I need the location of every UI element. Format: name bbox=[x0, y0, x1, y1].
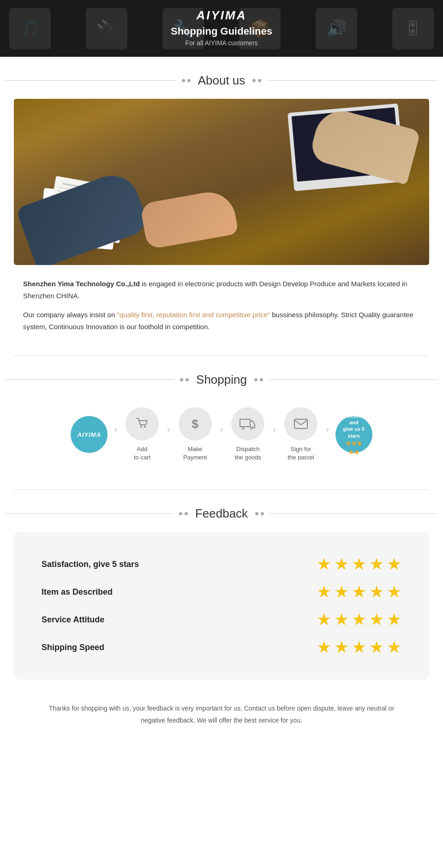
star-2-4: ★ bbox=[369, 584, 384, 600]
brand-logo: AIYIMA bbox=[0, 8, 443, 23]
dispatch-icon bbox=[239, 417, 256, 430]
flow-sign-label: Sign forthe parcel bbox=[287, 445, 314, 462]
dot-12 bbox=[261, 512, 264, 515]
feedback-title: Feedback bbox=[195, 506, 248, 521]
star-2-2: ★ bbox=[334, 584, 349, 600]
about-section: Shenzhen Yima Technology Co.,Ltd is enga… bbox=[0, 99, 443, 332]
svg-rect-3 bbox=[240, 419, 250, 427]
star-1-2: ★ bbox=[334, 556, 349, 573]
section-dots-right bbox=[252, 79, 261, 82]
feedback-row-2: Item as Described ★ ★ ★ ★ ★ bbox=[42, 578, 401, 606]
flow-cart-icon bbox=[126, 407, 159, 440]
shopping-dots-left bbox=[180, 378, 189, 381]
philosophy-pre: Our company always insist on bbox=[23, 311, 117, 319]
star-1-1: ★ bbox=[317, 556, 331, 573]
feedback-line-left bbox=[6, 513, 174, 514]
feedback-label-3: Service Attitude bbox=[42, 615, 104, 625]
envelope-icon bbox=[293, 417, 308, 430]
flow-cart-label: Addto cart bbox=[134, 445, 150, 462]
svg-point-4 bbox=[242, 427, 245, 429]
shopping-title: Shopping bbox=[196, 373, 247, 387]
dot-1 bbox=[182, 79, 185, 82]
star-1-5: ★ bbox=[387, 556, 401, 573]
star-4-2: ★ bbox=[334, 639, 349, 656]
shopping-section: AIYIMA › Addto cart › $ MakePayment › bbox=[0, 398, 443, 476]
flow-item-sign: Sign forthe parcel bbox=[278, 407, 324, 462]
svg-rect-6 bbox=[294, 419, 307, 428]
shopping-flow: AIYIMA › Addto cart › $ MakePayment › bbox=[9, 398, 434, 476]
star-4-1: ★ bbox=[317, 639, 331, 656]
confirm-text: Confirm andgive us 5 stars bbox=[339, 413, 369, 439]
flow-arrow-4: › bbox=[273, 424, 276, 446]
star-3-5: ★ bbox=[387, 611, 401, 628]
about-philosophy-text: Our company always insist on "quality fi… bbox=[23, 309, 420, 332]
shopping-section-header: Shopping bbox=[0, 373, 443, 387]
star-2-3: ★ bbox=[352, 584, 366, 600]
feedback-section: Satisfaction, give 5 stars ★ ★ ★ ★ ★ Ite… bbox=[0, 532, 443, 744]
flow-item-dispatch: Dispatchthe goods bbox=[225, 407, 271, 462]
dot-6 bbox=[186, 378, 189, 381]
about-text: Shenzhen Yima Technology Co.,Ltd is enga… bbox=[14, 278, 429, 332]
feedback-dots-right bbox=[255, 512, 264, 515]
feedback-card: Satisfaction, give 5 stars ★ ★ ★ ★ ★ Ite… bbox=[14, 532, 429, 680]
flow-arrow-3: › bbox=[220, 424, 223, 446]
confirm-stars-2: ★★ bbox=[348, 449, 359, 457]
star-3-2: ★ bbox=[334, 611, 349, 628]
flow-arrow-2: › bbox=[167, 424, 170, 446]
flow-dispatch-label: Dispatchthe goods bbox=[235, 445, 261, 462]
dot-11 bbox=[255, 512, 258, 515]
flow-dispatch-icon bbox=[231, 407, 264, 440]
about-company-text: Shenzhen Yima Technology Co.,Ltd is enga… bbox=[23, 278, 420, 301]
shopping-dots-right bbox=[254, 378, 263, 381]
about-section-header: About us bbox=[0, 73, 443, 88]
dot-4 bbox=[258, 79, 261, 82]
stars-row-4: ★ ★ ★ ★ ★ bbox=[317, 639, 401, 656]
svg-point-5 bbox=[251, 427, 253, 429]
star-2-1: ★ bbox=[317, 584, 331, 600]
cart-icon bbox=[135, 416, 150, 431]
star-4-4: ★ bbox=[369, 639, 384, 656]
flow-item-payment: $ MakePayment bbox=[172, 407, 218, 462]
section-line-left bbox=[6, 80, 176, 81]
stars-row-1: ★ ★ ★ ★ ★ bbox=[317, 556, 401, 573]
header-title: Shopping Guidelines bbox=[0, 25, 443, 37]
dot-8 bbox=[260, 378, 263, 381]
feedback-label-4: Shipping Speed bbox=[42, 643, 104, 652]
flow-sign-icon bbox=[284, 407, 317, 440]
philosophy-highlight: "quality first, reputation first and com… bbox=[117, 311, 270, 319]
flow-arrow-5: › bbox=[326, 424, 329, 446]
feedback-row-3: Service Attitude ★ ★ ★ ★ ★ bbox=[42, 606, 401, 633]
flow-payment-icon: $ bbox=[179, 407, 212, 440]
flow-confirm-icon: Confirm andgive us 5 stars ★★★ ★★ bbox=[335, 416, 372, 453]
star-4-5: ★ bbox=[387, 639, 401, 656]
shopping-line-left bbox=[6, 380, 174, 380]
dot-5 bbox=[180, 378, 183, 381]
feedback-row-1: Satisfaction, give 5 stars ★ ★ ★ ★ ★ bbox=[42, 550, 401, 578]
confirm-stars: ★★★ bbox=[346, 440, 362, 448]
flow-brand-icon: AIYIMA bbox=[71, 416, 108, 453]
dot-9 bbox=[179, 512, 182, 515]
feedback-section-header: Feedback bbox=[0, 506, 443, 521]
star-2-5: ★ bbox=[387, 584, 401, 600]
flow-arrow-1: › bbox=[114, 424, 117, 446]
feedback-label-2: Item as Described bbox=[42, 587, 113, 597]
star-3-4: ★ bbox=[369, 611, 384, 628]
about-title: About us bbox=[198, 73, 245, 88]
header-content: AIYIMA Shopping Guidelines For all AIYIM… bbox=[0, 8, 443, 47]
feedback-label-1: Satisfaction, give 5 stars bbox=[42, 560, 139, 569]
star-4-3: ★ bbox=[352, 639, 366, 656]
star-1-4: ★ bbox=[369, 556, 384, 573]
star-1-3: ★ bbox=[352, 556, 366, 573]
company-name: Shenzhen Yima Technology Co.,Ltd bbox=[23, 280, 140, 288]
star-3-3: ★ bbox=[352, 611, 366, 628]
star-3-1: ★ bbox=[317, 611, 331, 628]
stars-row-3: ★ ★ ★ ★ ★ bbox=[317, 611, 401, 628]
handshake-visual bbox=[14, 99, 429, 265]
section-line-right bbox=[267, 80, 437, 81]
flow-item-brand: AIYIMA bbox=[66, 416, 112, 453]
feedback-footer: Thanks for shopping with us, your feedba… bbox=[14, 693, 429, 744]
dot-10 bbox=[185, 512, 188, 515]
about-image bbox=[14, 99, 429, 265]
divider-2 bbox=[14, 489, 429, 490]
feedback-dots-left bbox=[179, 512, 188, 515]
